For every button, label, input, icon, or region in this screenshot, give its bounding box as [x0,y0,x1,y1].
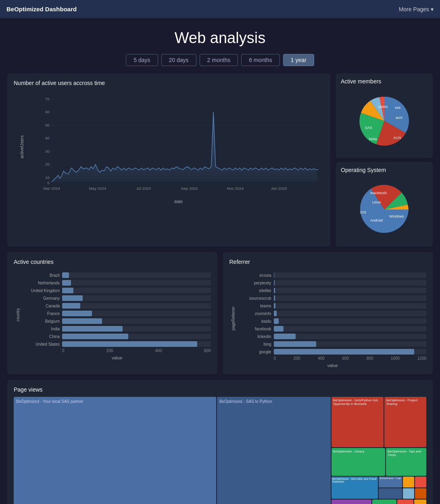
svg-text:Jul 2024: Jul 2024 [136,186,151,191]
countries-bar-chart: Brazil Netherlands United Kingdom G [23,272,211,347]
ref-label: ecosia [239,273,271,278]
tm-cell-14 [332,500,372,504]
bar-fill [274,349,414,355]
bar-row-uk: United Kingdom [23,288,211,293]
ref-row-baidu: baidu [239,318,427,324]
bar-fill [62,334,128,339]
ref-label: sourcescrub [239,296,271,301]
referrer-y-label: pageReferrer [231,307,236,330]
tm-cell-8: BeOptimized - Logo [379,477,402,487]
filter-5days[interactable]: 5 days [126,54,158,66]
bar-row-us: United States [23,341,211,347]
line-chart-card: Number of active users accross time acti… [7,73,330,247]
svg-text:0: 0 [47,180,50,185]
svg-text:70: 70 [45,97,50,101]
tm-small-row: BeOptimized - SAS AML and Fraud Detectio… [332,477,426,499]
svg-text:40: 40 [45,136,50,140]
bar-track [62,311,211,316]
svg-text:acm: acm [396,116,402,120]
bar-track [274,303,427,309]
svg-text:60: 60 [45,110,50,114]
active-members-title: Active members [341,78,428,85]
bar-row-brazil: Brazil [23,272,211,278]
filter-2months[interactable]: 2 months [200,54,238,66]
active-members-card: Active members [336,73,433,158]
tm-cell-4: BeOptimized - Project Sharing [384,397,426,447]
referrer-card: Referrer pageReferrer ecosia perplexity [223,252,433,374]
ref-label: baidu [239,319,271,324]
svg-text:ACN: ACN [393,136,401,140]
tm-mini-row [403,477,426,487]
bar-row-germany: Germany [23,295,211,301]
ref-label: zoominfo [239,311,271,316]
bar-track [62,288,211,293]
tm-cell-9 [379,488,402,499]
svg-text:20: 20 [45,162,50,166]
bar-fill [62,341,197,347]
svg-text:50: 50 [45,123,50,127]
tm-cell-11 [415,477,426,487]
bar-row-netherlands: Netherlands [23,280,211,286]
ref-label: linkedin [239,334,271,339]
ref-row-ecosia: ecosia [239,272,427,278]
ref-row-sourcescrub: sourcescrub [239,295,427,301]
filter-6months[interactable]: 6 months [241,54,280,66]
svg-text:SAS: SAS [365,126,372,130]
bar-track [274,280,427,286]
x-tick: 600 [204,348,211,353]
tm-cell-7: BeOptimized - SAS AML and Fraud Detectio… [332,477,378,499]
tm-label-6: BeOptimized - Tips and Tricks [388,450,426,457]
y-axis-title: activeUsers [19,135,24,158]
tm-cell-5: BeOptimized - Library [332,448,385,476]
bar-label: Brazil [23,273,60,278]
bar-track [274,334,427,339]
right-col: Active members [336,73,433,247]
filter-bar: 5 days 20 days 2 months 6 months 1 year [0,54,440,66]
bar-track [274,311,427,316]
os-card: Operating System Windows m [336,162,433,247]
bar-fill [274,326,284,332]
navbar-brand: BeOptimized Dashboard [6,6,77,12]
svg-text:Mar 2024: Mar 2024 [44,186,60,191]
svg-text:keba: keba [369,137,377,141]
active-members-pie: acm Getric SAS keba ACN sas [341,89,428,153]
filter-1year[interactable]: 1 year [283,54,314,66]
more-pages-button[interactable]: More Pages ▾ [399,6,434,12]
bar-track [62,334,211,339]
filter-20days[interactable]: 20 days [161,54,196,66]
bar-label: India [23,327,60,331]
x-axis-label: date [33,199,324,204]
ref-row-zoominfo: zoominfo [239,311,427,316]
x-tick: 200 [294,356,300,361]
x-tick: 0 [62,348,65,353]
bar-fill [274,272,275,278]
svg-text:Jan 2025: Jan 2025 [271,186,288,191]
bar-label: France [23,311,60,316]
ref-label: bing [239,342,271,346]
bar-fill [62,311,92,316]
os-title: Operating System [341,167,428,173]
tm-label-8: BeOptimized - Logo [380,477,401,479]
x-tick: 800 [367,356,373,361]
svg-text:Sep 2024: Sep 2024 [181,186,198,191]
bar-row-china: China [23,334,211,339]
tm-label-3: BeOptimized - SAS/Python Job Opportunity… [333,398,384,406]
tm-cell-10 [403,477,414,487]
bar-fill [274,334,296,339]
bar-fill [62,303,80,309]
x-tick: 600 [342,356,349,361]
ref-row-bing: bing [239,341,427,347]
tm-cell-17: ⚠ [414,500,426,504]
bar-label: United States [23,342,60,346]
svg-text:10: 10 [45,175,50,180]
tm-cell-2: BeOptimized - SAS to Python [217,397,331,504]
svg-text:sas: sas [395,106,401,110]
bar-label: Netherlands [23,281,60,285]
tm-label-5: BeOptimized - Library [333,450,364,453]
bar-track [62,303,211,309]
ref-row-sitelike: sitelike [239,288,427,293]
bar-fill [274,295,275,301]
tm-mini-col: BeOptimized - Logo [379,477,402,499]
ref-label: perplexity [239,281,271,285]
countries-x-label: value [23,355,211,360]
